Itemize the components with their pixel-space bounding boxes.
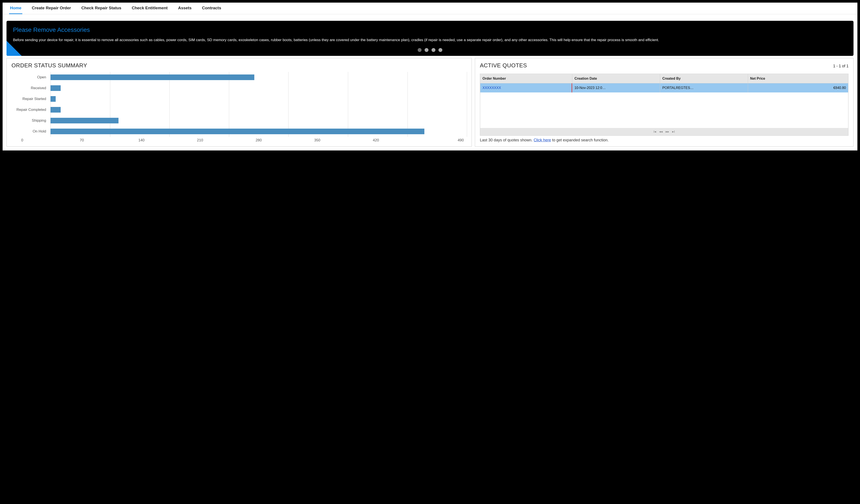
bar-repair-started xyxy=(51,96,56,102)
cell-order-number[interactable]: XXXXXXXX xyxy=(480,83,572,92)
grid-line xyxy=(229,72,229,137)
x-tick: 70 xyxy=(80,138,139,143)
grid-line xyxy=(348,72,348,137)
grid-line xyxy=(467,72,467,137)
info-banner: Please Remove Accessories Before sending… xyxy=(6,21,854,56)
x-tick: 280 xyxy=(256,138,314,143)
quotes-pager: I◂ ◂◂ ▸▸ ▸I xyxy=(480,128,848,135)
nav-check-repair-status[interactable]: Check Repair Status xyxy=(80,3,122,14)
y-label-received: Received xyxy=(12,83,51,93)
y-label-open: Open xyxy=(12,72,51,83)
col-header-created-by[interactable]: Created By xyxy=(660,74,748,83)
order-number-link[interactable]: XXXXXXXX xyxy=(483,86,501,90)
quotes-grid-header: Order Number Creation Date Created By Ne… xyxy=(480,74,848,83)
footnote-post: to get expanded search function. xyxy=(551,138,608,142)
banner-dot-3[interactable] xyxy=(431,48,435,52)
x-tick: 0 xyxy=(21,138,80,143)
order-status-chart: Open Received Repair Started Repair Comp… xyxy=(12,72,467,137)
panels-row: ORDER STATUS SUMMARY Open Received Repai… xyxy=(3,58,857,150)
x-tick: 350 xyxy=(314,138,373,143)
grid-line xyxy=(407,72,408,137)
x-tick: 490 xyxy=(458,138,464,143)
banner-title: Please Remove Accessories xyxy=(13,26,847,33)
grid-line xyxy=(169,72,170,137)
nav-create-repair-order[interactable]: Create Repair Order xyxy=(31,3,72,14)
footnote-pre: Last 30 days of quotes shown. xyxy=(480,138,533,142)
banner-pagination-dots xyxy=(6,48,854,52)
pager-next-icon[interactable]: ▸▸ xyxy=(666,130,669,134)
cell-net-price: €840.80 xyxy=(748,83,848,92)
chart-plot-area xyxy=(51,72,467,137)
y-label-repair-started: Repair Started xyxy=(12,93,51,104)
active-quotes-panel: ACTIVE QUOTES 1 - 1 of 1 Order Number Cr… xyxy=(475,58,854,147)
grid-line xyxy=(288,72,289,137)
top-nav: Home Create Repair Order Check Repair St… xyxy=(3,3,857,14)
x-tick: 140 xyxy=(139,138,197,143)
pager-last-icon[interactable]: ▸I xyxy=(672,130,675,134)
y-label-on-hold: On Hold xyxy=(12,126,51,137)
nav-contracts[interactable]: Contracts xyxy=(201,3,222,14)
bar-on-hold xyxy=(51,129,424,134)
app-root: Home Create Repair Order Check Repair St… xyxy=(3,3,857,150)
quotes-count-label: 1 - 1 of 1 xyxy=(833,64,848,69)
nav-check-entitlement[interactable]: Check Entitlement xyxy=(131,3,169,14)
x-tick: 210 xyxy=(197,138,256,143)
bar-shipping xyxy=(51,118,118,123)
banner-dot-4[interactable] xyxy=(439,48,442,52)
x-tick: 420 xyxy=(373,138,431,143)
col-header-creation-date[interactable]: Creation Date xyxy=(572,74,660,83)
pager-first-icon[interactable]: I◂ xyxy=(654,130,656,134)
cell-creation-date: 10-Nov-2023 12:0… xyxy=(572,83,660,92)
quotes-header-row: ACTIVE QUOTES 1 - 1 of 1 xyxy=(480,62,848,71)
bar-repair-completed xyxy=(51,107,61,113)
chart-x-axis: 070140210280350420490 xyxy=(51,138,467,143)
nav-assets[interactable]: Assets xyxy=(177,3,192,14)
banner-body: Before sending your device for repair, i… xyxy=(13,37,847,43)
footnote-link[interactable]: Click here xyxy=(533,138,551,142)
y-label-repair-completed: Repair Completed xyxy=(12,104,51,115)
order-status-panel: ORDER STATUS SUMMARY Open Received Repai… xyxy=(6,58,472,147)
banner-dot-1[interactable] xyxy=(418,48,421,52)
quotes-footnote: Last 30 days of quotes shown. Click here… xyxy=(480,138,848,143)
quotes-grid: Order Number Creation Date Created By Ne… xyxy=(480,74,848,136)
grid-line xyxy=(51,72,51,137)
banner-dot-2[interactable] xyxy=(425,48,429,52)
active-quotes-title: ACTIVE QUOTES xyxy=(480,62,527,69)
grid-line xyxy=(110,72,110,137)
grid-empty-area xyxy=(480,92,848,128)
order-status-title: ORDER STATUS SUMMARY xyxy=(12,62,467,69)
y-label-shipping: Shipping xyxy=(12,115,51,126)
cell-created-by: PORTALREGTES… xyxy=(660,83,748,92)
col-header-order-number[interactable]: Order Number xyxy=(480,74,572,83)
bar-open xyxy=(51,74,254,80)
bar-received xyxy=(51,85,61,91)
chart-y-labels: Open Received Repair Started Repair Comp… xyxy=(12,72,51,137)
nav-home[interactable]: Home xyxy=(9,3,22,14)
col-header-net-price[interactable]: Net Price xyxy=(748,74,848,83)
quotes-grid-row[interactable]: XXXXXXXX 10-Nov-2023 12:0… PORTALREGTES…… xyxy=(480,83,848,92)
pager-prev-icon[interactable]: ◂◂ xyxy=(659,130,663,134)
